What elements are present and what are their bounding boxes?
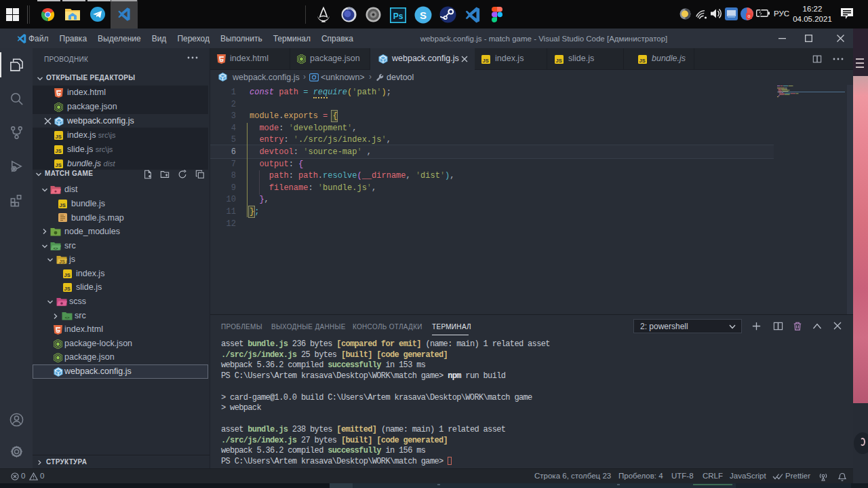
svg-text:JS: JS — [64, 272, 71, 278]
svg-text:S: S — [420, 10, 427, 21]
svg-text:JS: JS — [60, 202, 66, 208]
svg-text:JS: JS — [59, 259, 65, 264]
svg-text:JS: JS — [556, 58, 562, 64]
svg-text:<>: <> — [64, 316, 70, 320]
svg-text:JS: JS — [639, 58, 646, 64]
svg-text:<>: <> — [53, 246, 58, 251]
svg-text:Ps: Ps — [393, 12, 403, 21]
svg-text:JS: JS — [56, 162, 62, 168]
svg-text:JS: JS — [56, 134, 62, 140]
svg-text:JS: JS — [56, 148, 62, 154]
svg-text:JS: JS — [483, 58, 489, 64]
svg-text:JS: JS — [64, 286, 71, 292]
svg-text:o: o — [748, 14, 751, 18]
